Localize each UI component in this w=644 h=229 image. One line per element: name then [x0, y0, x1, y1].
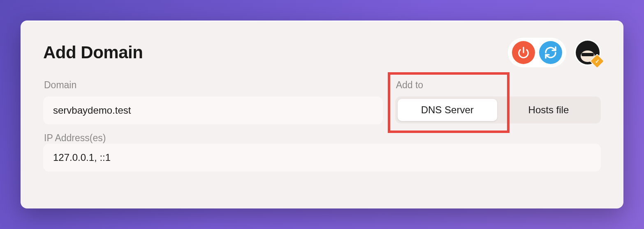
user-avatar[interactable] — [575, 39, 601, 66]
domain-input[interactable] — [43, 96, 383, 124]
segment-dns-server[interactable]: DNS Server — [398, 99, 497, 121]
header-actions — [508, 38, 601, 67]
segment-hosts-file[interactable]: Hosts file — [499, 99, 598, 121]
header-row: Add Domain — [43, 38, 601, 67]
refresh-icon — [544, 46, 557, 59]
refresh-button[interactable] — [539, 41, 562, 64]
add-domain-window: Add Domain — [21, 21, 623, 208]
power-icon — [517, 46, 530, 59]
add-to-label: Add to — [395, 80, 601, 91]
action-pill — [508, 38, 566, 67]
ip-field-group: IP Address(es) — [43, 133, 601, 172]
domain-field-group: Domain — [43, 80, 383, 124]
power-button[interactable] — [512, 41, 535, 64]
page-title: Add Domain — [43, 43, 143, 62]
ip-label: IP Address(es) — [43, 133, 106, 143]
domain-label: Domain — [43, 80, 383, 91]
add-to-field-group: Add to DNS Server Hosts file — [395, 80, 601, 124]
add-to-segmented-control: DNS Server Hosts file — [395, 96, 601, 124]
ip-input[interactable] — [43, 144, 601, 172]
form-row-1: Domain Add to DNS Server Hosts file — [43, 80, 601, 124]
